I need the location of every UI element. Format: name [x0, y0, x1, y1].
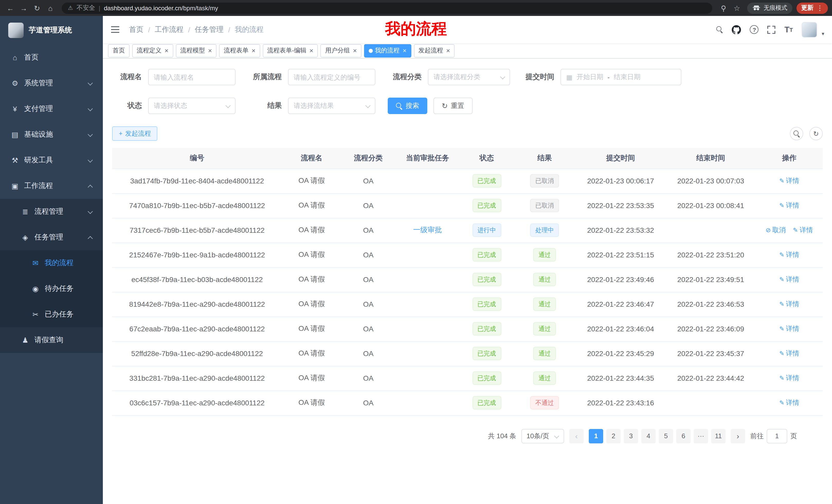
detail-action[interactable]: ✎详情: [779, 373, 799, 383]
prev-page-button[interactable]: ‹: [569, 429, 583, 443]
col-category: 流程分类: [341, 148, 395, 169]
page-size-select[interactable]: 10条/页: [521, 429, 564, 443]
detail-action[interactable]: ✎详情: [779, 201, 799, 210]
process-name-input[interactable]: [148, 69, 235, 85]
page-button-11[interactable]: 11: [711, 429, 726, 443]
sidebar-item-system[interactable]: ⚙系统管理: [0, 71, 103, 96]
pager-ellipsis[interactable]: ···: [694, 429, 708, 443]
sidebar-item-home[interactable]: ⌂首页: [0, 45, 103, 71]
cancel-action[interactable]: ⊘取消: [766, 226, 786, 235]
pagination-goto: 前往 页: [750, 429, 797, 443]
task-link[interactable]: 一级审批: [413, 226, 442, 234]
forward-icon[interactable]: →: [18, 2, 30, 14]
avatar-caret-icon[interactable]: ▾: [822, 31, 824, 37]
sidebar-item-leave-query[interactable]: ♟请假查询: [0, 327, 103, 353]
reset-button[interactable]: ↻ 重置: [434, 97, 472, 114]
tab-close-icon[interactable]: ×: [402, 47, 407, 54]
browser-menu-icon[interactable]: ⋮: [816, 4, 823, 12]
detail-action[interactable]: ✎详情: [779, 300, 799, 309]
tab-process-model[interactable]: 流程模型×: [176, 44, 216, 57]
page-button-1[interactable]: 1: [589, 429, 603, 443]
hamburger-icon[interactable]: [110, 24, 121, 35]
avatar[interactable]: [802, 22, 817, 37]
breadcrumb-item[interactable]: 任务管理: [195, 25, 224, 34]
tab-home[interactable]: 首页: [108, 44, 130, 57]
help-icon[interactable]: ?: [750, 25, 759, 34]
search-button[interactable]: 搜索: [388, 97, 427, 114]
action-label: 详情: [786, 373, 799, 383]
tab-close-icon[interactable]: ×: [208, 47, 212, 54]
cell-submit-time: 2022-01-22 23:53:35: [576, 193, 666, 218]
tab-user-group[interactable]: 用户分组×: [321, 44, 362, 57]
page-button-6[interactable]: 6: [676, 429, 691, 443]
breadcrumb-item[interactable]: 首页: [129, 25, 144, 34]
filter-process-definition: 所属流程: [248, 69, 375, 85]
col-id: 编号: [112, 148, 282, 169]
next-page-button[interactable]: ›: [731, 429, 745, 443]
tab-process-definition[interactable]: 流程定义×: [132, 44, 173, 57]
table-refresh-icon[interactable]: ↻: [809, 127, 823, 140]
result-select[interactable]: 请选择流结果: [288, 97, 375, 114]
tab-process-form[interactable]: 流程表单×: [219, 44, 260, 57]
sidebar-item-workflow[interactable]: ▣工作流程: [0, 173, 103, 199]
tab-my-process[interactable]: 我的流程×: [364, 44, 411, 57]
process-definition-input[interactable]: [288, 69, 375, 85]
status-select[interactable]: 请选择状态: [148, 97, 235, 114]
sidebar-item-infra[interactable]: ▤基础设施: [0, 122, 103, 147]
update-button[interactable]: 更新 ⋮: [797, 2, 828, 13]
navbar-actions: ? TT ▾: [717, 22, 824, 37]
font-size-icon[interactable]: TT: [784, 25, 793, 34]
reload-icon[interactable]: ↻: [31, 2, 43, 14]
page-button-4[interactable]: 4: [641, 429, 656, 443]
page-button-5[interactable]: 5: [659, 429, 673, 443]
address-bar[interactable]: ⚠ 不安全 | dashboard.yudao.iocoder.cn/bpm/t…: [62, 2, 712, 13]
back-icon[interactable]: ←: [4, 2, 17, 14]
sidebar-item-devtool[interactable]: ⚒研发工具: [0, 147, 103, 173]
sidebar-item-process-mgmt[interactable]: ≣流程管理: [0, 199, 103, 225]
search-icon[interactable]: [717, 26, 723, 33]
sidebar-item-label: 请假查询: [34, 335, 63, 345]
sidebar-item-label: 我的流程: [45, 258, 74, 268]
page-button-2[interactable]: 2: [606, 429, 621, 443]
sidebar-item-todo-task[interactable]: ◉待办任务: [0, 276, 103, 302]
fullscreen-icon[interactable]: [768, 25, 776, 34]
edit-icon: ✎: [793, 227, 798, 234]
detail-action[interactable]: ✎详情: [779, 176, 799, 186]
date-range-picker[interactable]: ▦ 开始日期 - 结束日期: [561, 69, 681, 85]
sidebar-item-my-process[interactable]: ✉我的流程: [0, 250, 103, 276]
tab-close-icon[interactable]: ×: [164, 47, 168, 54]
detail-action[interactable]: ✎详情: [779, 324, 799, 333]
tab-close-icon[interactable]: ×: [353, 47, 357, 54]
breadcrumb-item[interactable]: 工作流程: [155, 25, 184, 34]
page-button-3[interactable]: 3: [624, 429, 638, 443]
bookmark-star-icon[interactable]: ☆: [731, 2, 743, 14]
done-task-icon: ✂: [31, 310, 40, 318]
create-process-button[interactable]: + 发起流程: [112, 127, 158, 141]
cell-result: 通过: [514, 316, 575, 341]
detail-action[interactable]: ✎详情: [779, 398, 799, 408]
sidebar-item-payment[interactable]: ¥支付管理: [0, 96, 103, 122]
browser-home-icon[interactable]: ⌂: [44, 2, 57, 14]
status-badge: 已完成: [472, 371, 501, 385]
detail-action[interactable]: ✎详情: [779, 349, 799, 358]
category-select[interactable]: 请选择流程分类: [428, 69, 510, 85]
sidebar-item-label: 基础设施: [24, 130, 53, 139]
detail-action[interactable]: ✎详情: [779, 275, 799, 284]
tab-start-process[interactable]: 发起流程×: [414, 44, 454, 57]
tab-close-icon[interactable]: ×: [446, 47, 450, 54]
tab-process-form-edit[interactable]: 流程表单-编辑×: [263, 44, 318, 57]
cell-submit-time: 2022-01-22 23:46:04: [576, 316, 666, 341]
sidebar-item-task-mgmt[interactable]: ◈任务管理: [0, 225, 103, 250]
tab-close-icon[interactable]: ×: [252, 47, 255, 54]
detail-action[interactable]: ✎详情: [793, 226, 813, 235]
sidebar-item-done-task[interactable]: ✂已办任务: [0, 302, 103, 327]
cell-actions: ✎详情: [756, 169, 823, 193]
reset-button-label: 重置: [451, 101, 464, 110]
github-icon[interactable]: [732, 25, 741, 34]
table-search-icon[interactable]: [790, 127, 803, 140]
goto-page-input[interactable]: [767, 429, 787, 443]
cell-end-time: 2022-01-23 00:07:03: [666, 169, 756, 193]
detail-action[interactable]: ✎详情: [779, 250, 799, 259]
tab-close-icon[interactable]: ×: [310, 47, 313, 54]
key-icon[interactable]: ⚲: [717, 2, 730, 14]
